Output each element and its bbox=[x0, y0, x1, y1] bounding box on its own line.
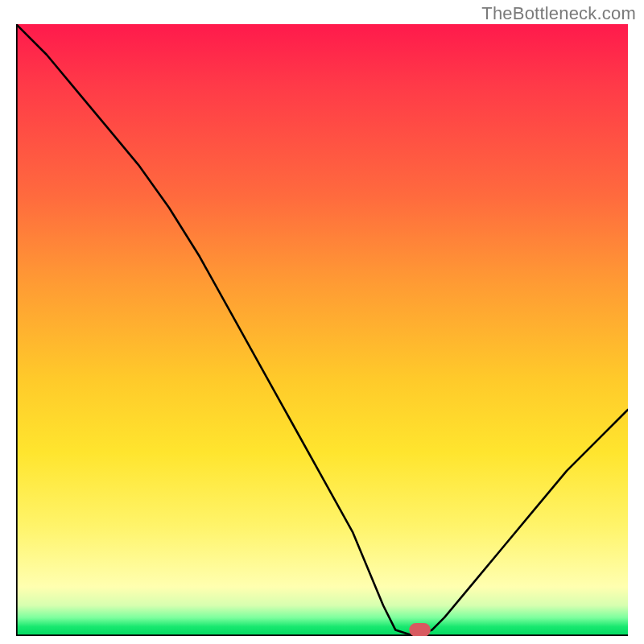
bottleneck-curve bbox=[16, 24, 628, 636]
chart-svg bbox=[16, 24, 628, 636]
chart-axes bbox=[16, 24, 628, 636]
optimal-point-marker bbox=[409, 623, 431, 636]
chart-plot-area bbox=[16, 24, 628, 636]
bottleneck-curve-path bbox=[16, 24, 628, 636]
attribution-text: TheBottleneck.com bbox=[481, 3, 636, 24]
